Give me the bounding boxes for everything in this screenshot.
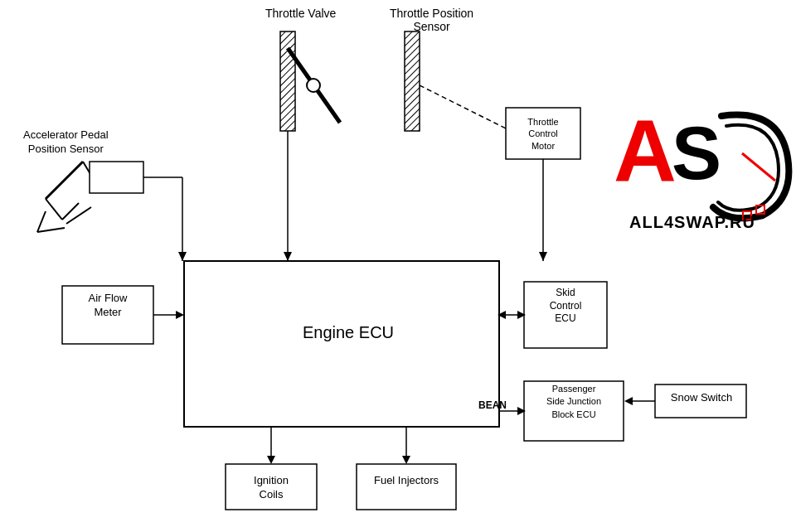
logo-text: ALL4SWAP.RU xyxy=(605,213,779,232)
logo: A S ALL4SWAP.RU xyxy=(605,108,779,232)
logo-letter-s: S xyxy=(672,116,721,191)
throttle-valve-label: Throttle Valve xyxy=(265,7,336,20)
svg-marker-34 xyxy=(624,397,633,405)
svg-marker-18 xyxy=(178,252,187,261)
throttle-control-motor-label: ThrottleControlMotor xyxy=(507,116,580,152)
svg-rect-21 xyxy=(184,261,499,427)
passenger-side-junction-label: PassengerSide JunctionBlock ECU xyxy=(525,383,623,421)
accelerator-pedal-label: Accelerator PedalPosition Sensor xyxy=(23,128,109,157)
svg-marker-20 xyxy=(284,252,292,261)
skid-control-ecu-label: SkidControlECU xyxy=(525,287,606,326)
svg-marker-7 xyxy=(539,252,547,261)
svg-line-10 xyxy=(46,199,62,220)
throttle-position-sensor-label: Throttle PositionSensor xyxy=(390,7,473,33)
svg-point-3 xyxy=(307,79,320,92)
svg-rect-15 xyxy=(90,162,143,193)
diagram: Throttle Valve Throttle PositionSensor T… xyxy=(0,0,796,532)
ignition-coils-label: IgnitionCoils xyxy=(227,474,315,502)
svg-line-8 xyxy=(46,162,83,199)
air-flow-meter-label: Air FlowMeter xyxy=(64,292,152,320)
svg-line-13 xyxy=(37,211,46,232)
svg-marker-24 xyxy=(176,311,184,319)
svg-line-4 xyxy=(420,85,506,128)
snow-switch-label: Snow Switch xyxy=(658,391,745,404)
fuel-injectors-label: Fuel Injectors xyxy=(358,474,454,488)
svg-rect-1 xyxy=(405,31,420,131)
svg-marker-37 xyxy=(267,456,275,464)
svg-line-12 xyxy=(66,207,91,224)
svg-marker-40 xyxy=(402,456,410,464)
bean-label: BEAN xyxy=(478,399,507,411)
logo-letter-a: A xyxy=(614,108,677,195)
engine-ecu-label: Engine ECU xyxy=(282,323,415,342)
svg-line-14 xyxy=(37,228,65,232)
svg-rect-0 xyxy=(280,31,295,131)
